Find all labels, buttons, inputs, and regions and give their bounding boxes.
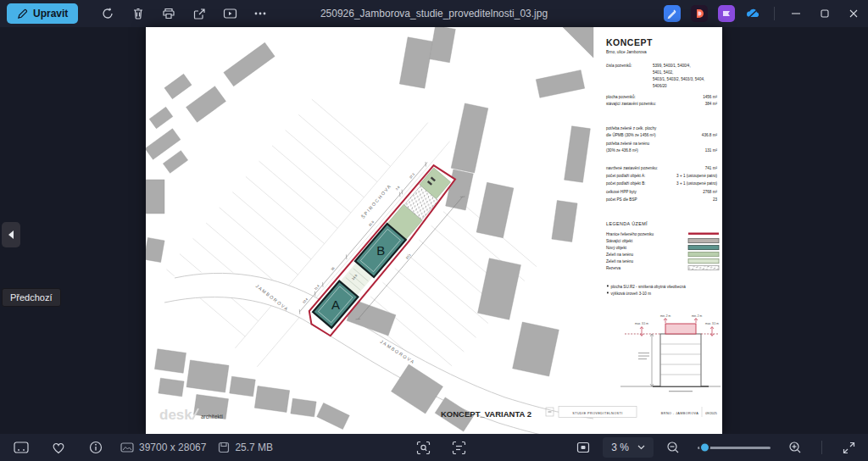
share-icon[interactable]: [186, 3, 212, 25]
svg-text:celkové HPP byty: celkové HPP byty: [606, 190, 637, 194]
rotate-icon[interactable]: [95, 3, 120, 25]
svg-text:Zeleň na terénu: Zeleň na terénu: [606, 253, 634, 257]
visual-search-icon[interactable]: [410, 436, 436, 458]
svg-text:Nový objekt: Nový objekt: [606, 246, 627, 250]
doc-type: STUDIE PROVEDITELNOSTI: [572, 412, 622, 415]
zoom-out-icon[interactable]: [660, 436, 686, 458]
legend-note-2: výšková úroveň 3-10 m: [611, 292, 652, 296]
chevron-left-icon: [7, 230, 15, 240]
svg-text:dle ÚPMB (30% ze 1456 m²): dle ÚPMB (30% ze 1456 m²): [606, 132, 656, 137]
zoom-slider-thumb[interactable]: [699, 442, 710, 453]
svg-text:436.8 m²: 436.8 m²: [702, 133, 718, 137]
site-plan-drawing: JAMBOROVA JAMBOROVA: [146, 27, 722, 434]
filesize-icon: [218, 442, 230, 453]
photos-app-window: Upravit 250926_Jamborova_studie_proved: [0, 0, 868, 461]
fit-screen-icon[interactable]: [570, 436, 596, 458]
restore-icon[interactable]: [810, 0, 839, 27]
svg-text:potřeba zeleně na terénu: potřeba zeleně na terénu: [606, 142, 650, 146]
svg-text:počet PS dle BSP: počet PS dle BSP: [606, 197, 637, 202]
svg-text:5406/20: 5406/20: [653, 84, 667, 88]
info-icon[interactable]: [83, 436, 108, 458]
section-label-side-left: max. 3,5 m: [635, 322, 648, 325]
svg-text:potřeba zeleně z celk. plochy: potřeba zeleně z celk. plochy: [606, 126, 657, 131]
text-actions-icon[interactable]: [446, 436, 471, 458]
designer-icon[interactable]: [686, 3, 713, 25]
zoom-in-icon[interactable]: [782, 436, 808, 458]
svg-text:navržené zastavění pozemku:: navržené zastavění pozemku:: [606, 166, 658, 170]
titlebar-divider: [774, 7, 775, 20]
svg-text:plocha pozemků:: plocha pozemků:: [606, 94, 636, 99]
project-name: BRNO - JAMBOROVA: [661, 412, 698, 415]
setback-floor: [665, 324, 696, 334]
previous-image-button[interactable]: [2, 222, 20, 247]
logo-main: desk: [159, 407, 192, 423]
building-b-label: B: [376, 243, 385, 258]
legend-swatch-rezerva: [688, 266, 719, 270]
koncept-block: KONCEPT Brno, ulice Jamborova čísla poze…: [606, 37, 717, 202]
more-icon[interactable]: [248, 3, 273, 25]
edit-button-label: Upravit: [33, 8, 68, 19]
svg-text:37.3: 37.3: [409, 173, 416, 180]
legend-swatch-green1: [688, 253, 719, 257]
svg-text:2768 m²: 2768 m²: [703, 190, 717, 194]
section-label-side-right: max. 3,5 m: [705, 322, 719, 325]
zoom-level-dropdown[interactable]: 3 %: [603, 437, 654, 458]
onedrive-offline-icon[interactable]: [740, 3, 767, 25]
zoom-slider[interactable]: [698, 447, 771, 449]
photo-page: JAMBOROVA JAMBOROVA: [146, 27, 722, 434]
legend-swatch-new: [688, 246, 719, 250]
svg-text:5399, 5400/1, 5400/4,: 5399, 5400/1, 5400/4,: [653, 64, 691, 68]
svg-text:741 m²: 741 m²: [705, 166, 718, 170]
svg-text:2.9: 2.9: [395, 186, 400, 191]
edit-button[interactable]: Upravit: [7, 3, 78, 24]
section-label-top-right: min. 2 m: [692, 314, 703, 318]
close-icon[interactable]: [839, 0, 868, 27]
svg-text:131 m²: 131 m²: [705, 148, 718, 153]
slideshow-icon[interactable]: [217, 3, 242, 25]
koncept-subtitle: Brno, ulice Jamborova: [606, 50, 647, 54]
viewer-canvas: JAMBOROVA JAMBOROVA: [0, 27, 868, 434]
svg-text:3 + 1 (ustoupené patro): 3 + 1 (ustoupené patro): [676, 181, 717, 186]
legend-swatch-boundary: [688, 233, 719, 235]
svg-text:384 m²: 384 m²: [705, 102, 718, 106]
logo-sub: architekti: [201, 414, 223, 419]
favorite-icon[interactable]: [46, 436, 71, 458]
clipchamp-icon[interactable]: [713, 3, 740, 25]
svg-text:Zeleň na terénu: Zeleň na terénu: [606, 259, 634, 264]
window-title-filename: 250926_Jamborova_studie_proveditelnosti_…: [320, 8, 548, 19]
svg-text:23: 23: [713, 197, 718, 202]
svg-text:87.1: 87.1: [405, 253, 412, 260]
file-size: 25.7 MB: [218, 442, 273, 453]
dimensions-icon: [120, 442, 134, 453]
minimize-icon[interactable]: [782, 0, 810, 27]
svg-text:5403/1, 5403/2, 5403/3, 5404,: 5403/1, 5403/2, 5403/3, 5404,: [653, 77, 704, 81]
previous-tooltip: Předchozí: [2, 288, 61, 307]
photos-editor-icon[interactable]: [659, 3, 686, 25]
svg-text:3 + 1 (ustoupené patro): 3 + 1 (ustoupené patro): [676, 174, 717, 178]
filmstrip-icon[interactable]: [8, 436, 34, 458]
legend-note-1: plocha SU.R2 - smíšená obytná všeobecná: [611, 285, 687, 289]
existing-buildings: [146, 27, 593, 431]
building-a-label: A: [331, 297, 340, 312]
svg-text:(30% ze 436.8 m²): (30% ze 436.8 m²): [606, 148, 638, 153]
legend-title: LEGENDA ÚZEMÍ: [606, 221, 648, 226]
delete-icon[interactable]: [125, 3, 151, 25]
svg-text:stávající zastavění pozemku:: stávající zastavění pozemku:: [606, 102, 656, 106]
drawing-date: 09/2025: [705, 412, 717, 415]
fullscreen-icon[interactable]: [836, 436, 861, 458]
svg-text:81.6: 81.6: [368, 220, 375, 227]
svg-text:počet podlaží objekt B:: počet podlaží objekt B:: [606, 181, 645, 186]
koncept-title: KONCEPT: [606, 37, 653, 47]
statusbar: 39700 x 28067 25.7 MB 3 %: [0, 434, 868, 461]
svg-text:Stávající objekt: Stávající objekt: [606, 239, 633, 243]
svg-text:11.4: 11.4: [314, 284, 320, 291]
print-icon[interactable]: [156, 3, 181, 25]
svg-text:5401, 5402,: 5401, 5402,: [653, 70, 673, 75]
svg-text:Rezerva: Rezerva: [606, 266, 621, 270]
legend-block: LEGENDA ÚZEMÍ Hranice řešeného pozemku S…: [606, 221, 719, 296]
zoom-level-value: 3 %: [611, 442, 629, 453]
drawing-title: KONCEPT_VARIANTA 2: [441, 409, 531, 419]
titlebar: Upravit 250926_Jamborova_studie_proved: [0, 0, 868, 27]
edit-pencil-icon: [17, 8, 28, 19]
svg-text:počet podlaží objekt A:: počet podlaží objekt A:: [606, 174, 645, 178]
